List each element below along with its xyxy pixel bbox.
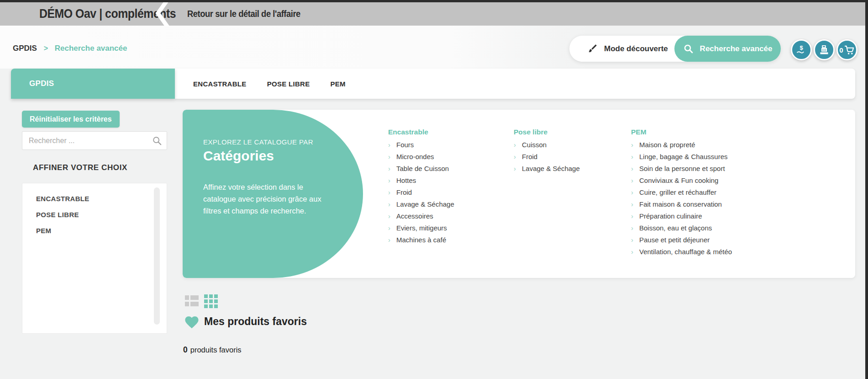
breadcrumb-separator-icon: > xyxy=(44,44,48,52)
category-item-label: Conviviaux & Fun cooking xyxy=(639,176,718,184)
category-item[interactable]: Préparation culinaire xyxy=(631,212,846,224)
chevron-right-icon xyxy=(631,248,639,256)
cash-register-button[interactable] xyxy=(814,39,835,60)
category-item[interactable]: Boisson, eau et glaçons xyxy=(631,224,846,236)
category-item[interactable]: Fait maison & conservation xyxy=(631,200,846,212)
category-item[interactable]: Machines à café xyxy=(388,236,507,248)
category-item-label: Cuire, griller et réchauffer xyxy=(639,188,716,196)
filter-item[interactable]: PEM xyxy=(22,223,167,239)
category-item[interactable]: Accessoires xyxy=(388,212,507,224)
favorites-title: Mes produits favoris xyxy=(204,315,307,328)
category-item[interactable]: Linge, bagage & Chaussures xyxy=(631,153,846,165)
chevron-right-icon xyxy=(631,153,639,160)
category-item-label: Linge, bagage & Chaussures xyxy=(639,153,727,160)
chevron-right-icon xyxy=(514,153,522,160)
category-item[interactable]: Soin de la personne et sport xyxy=(631,165,846,176)
breadcrumb: GPDIS > Recherche avancée xyxy=(13,44,127,53)
app-root: DÉMO Oav | compléments Retour sur le dét… xyxy=(0,0,868,379)
chevron-right-icon xyxy=(631,188,639,196)
category-item[interactable]: Hottes xyxy=(388,176,507,188)
list-view-toggle[interactable] xyxy=(185,295,199,307)
reset-criteria-button[interactable]: Réinitialiser les critères xyxy=(22,111,120,128)
listbox-scrollbar-thumb[interactable] xyxy=(154,187,160,325)
pricing-hand-money-button[interactable]: $ xyxy=(791,39,812,60)
cart-button[interactable]: 0 xyxy=(836,39,857,60)
category-item-label: Table de Cuisson xyxy=(396,165,449,172)
back-link[interactable]: Retour sur le détail de l'affaire xyxy=(187,2,300,26)
tab-strip: ENCASTRABLE POSE LIBRE PEM xyxy=(175,69,855,99)
filter-item[interactable]: ENCASTRABLE xyxy=(22,191,167,207)
category-item-label: Micro-ondes xyxy=(396,153,434,160)
chevron-right-icon xyxy=(631,236,639,244)
category-item[interactable]: Maison & propreté xyxy=(631,141,846,153)
breadcrumb-root[interactable]: GPDIS xyxy=(13,44,37,53)
filter-list: ENCASTRABLE POSE LIBRE PEM xyxy=(22,183,167,239)
category-item[interactable]: Cuire, griller et réchauffer xyxy=(631,188,846,200)
category-column-title[interactable]: Encastrable xyxy=(388,128,507,136)
cart-icon xyxy=(844,45,855,55)
chevron-right-icon xyxy=(388,165,396,172)
category-item[interactable]: Froid xyxy=(514,153,626,165)
catalog-description: Affinez votre sélection dans le catalogu… xyxy=(203,181,330,217)
chevron-right-icon xyxy=(631,224,639,232)
category-item-label: Froid xyxy=(522,153,537,160)
category-item[interactable]: Lavage & Séchage xyxy=(388,200,507,212)
category-column: PEMMaison & propretéLinge, bagage & Chau… xyxy=(631,128,846,260)
category-column: EncastrableFoursMicro-ondesTable de Cuis… xyxy=(388,128,507,248)
category-column-title[interactable]: PEM xyxy=(631,128,846,136)
category-item-label: Ventilation, chauffage & météo xyxy=(639,248,732,256)
category-item[interactable]: Table de Cuisson xyxy=(388,165,507,176)
discovery-mode-toggle[interactable]: Mode découverte xyxy=(587,36,668,62)
cash-register-icon xyxy=(819,44,830,55)
tab-item[interactable]: PEM xyxy=(331,80,346,88)
chevron-divider-icon xyxy=(153,0,173,27)
category-item[interactable]: Pause et petit déjeuner xyxy=(631,236,846,248)
category-item[interactable]: Cuisson xyxy=(514,141,626,153)
category-item[interactable]: Eviers, mitigeurs xyxy=(388,224,507,236)
advanced-search-button[interactable]: Recherche avancée xyxy=(674,36,781,62)
category-item-label: Boisson, eau et glaçons xyxy=(639,224,712,232)
category-column-title[interactable]: Pose libre xyxy=(514,128,626,136)
refine-choice-title: AFFINER VOTRE CHOIX xyxy=(33,163,127,172)
advanced-search-label: Recherche avancée xyxy=(700,44,773,53)
catalog-card: EXPLOREZ LE CATALOGUE PAR Catégories Aff… xyxy=(183,110,855,278)
category-item-label: Soin de la personne et sport xyxy=(639,165,725,172)
category-item[interactable]: Micro-ondes xyxy=(388,153,507,165)
category-item[interactable]: Ventilation, chauffage & météo xyxy=(631,248,846,260)
category-item-label: Hottes xyxy=(396,176,416,184)
category-item-label: Pause et petit déjeuner xyxy=(639,236,710,244)
chevron-right-icon xyxy=(514,141,522,149)
category-item-label: Maison & propreté xyxy=(639,141,695,149)
grid-view-toggle[interactable] xyxy=(204,294,218,308)
search-icon[interactable] xyxy=(152,136,162,146)
chevron-right-icon xyxy=(388,176,396,184)
page-scrollbar[interactable] xyxy=(865,0,868,379)
category-item-label: Machines à café xyxy=(396,236,446,244)
category-item-label: Fait maison & conservation xyxy=(639,200,722,208)
category-item-label: Froid xyxy=(396,188,412,196)
tab-gpdis-active[interactable]: GPDIS xyxy=(11,69,175,99)
catalog-title: Catégories xyxy=(203,148,274,164)
filter-item[interactable]: POSE LIBRE xyxy=(22,207,167,223)
category-item-label: Lavage & Séchage xyxy=(522,165,580,172)
category-item[interactable]: Lavage & Séchage xyxy=(514,165,626,176)
category-item[interactable]: Conviviaux & Fun cooking xyxy=(631,176,846,188)
hand-holding-money-icon: $ xyxy=(795,44,807,56)
tab-item[interactable]: ENCASTRABLE xyxy=(193,80,247,88)
category-column: Pose libreCuissonFroidLavage & Séchage xyxy=(514,128,626,176)
filter-listbox: ENCASTRABLE POSE LIBRE PEM xyxy=(22,183,167,334)
cart-count-badge: 0 xyxy=(839,46,843,54)
category-item[interactable]: Froid xyxy=(388,188,507,200)
top-dark-strip xyxy=(0,0,868,2)
chevron-right-icon xyxy=(631,141,639,149)
chevron-right-icon xyxy=(388,188,396,196)
tab-item[interactable]: POSE LIBRE xyxy=(267,80,310,88)
search-input[interactable] xyxy=(29,132,143,149)
catalog-hero-shape: EXPLOREZ LE CATALOGUE PAR Catégories Aff… xyxy=(183,110,363,278)
category-item-label: Fours xyxy=(396,141,414,149)
favorites-count: 0 xyxy=(183,345,188,354)
category-item-label: Eviers, mitigeurs xyxy=(396,224,447,232)
category-item[interactable]: Fours xyxy=(388,141,507,153)
favorites-count-label: produits favoris xyxy=(190,346,242,354)
breadcrumb-current[interactable]: Recherche avancée xyxy=(55,44,127,53)
